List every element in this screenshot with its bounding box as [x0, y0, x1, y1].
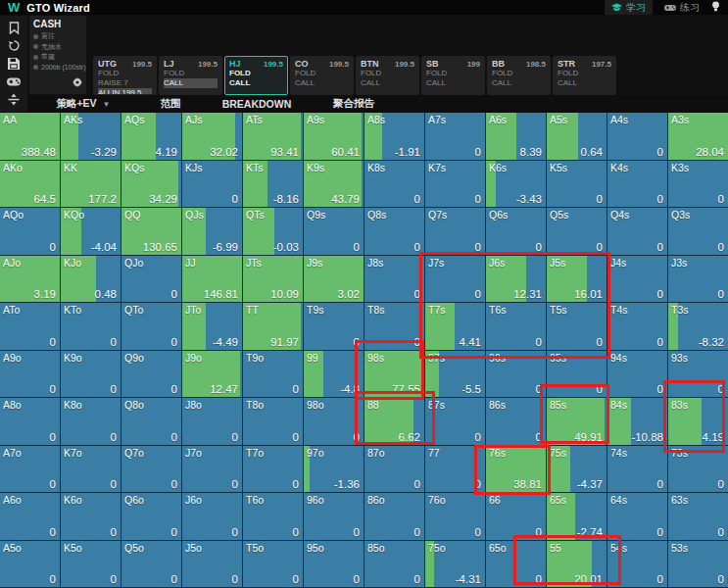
position-panel-sb[interactable]: SB199FOLDCALL	[421, 56, 485, 95]
hand-cell-KK[interactable]: KK177.2	[61, 161, 121, 209]
hand-cell-JTs[interactable]: JTs10.09	[243, 256, 304, 304]
undo-icon[interactable]	[7, 38, 22, 53]
hand-cell-94s[interactable]: 94s0	[607, 351, 668, 399]
hand-cell-K7s[interactable]: K7s0	[425, 161, 486, 209]
hand-cell-85s[interactable]: 85s49.91	[547, 398, 607, 446]
action-call[interactable]: CALL	[558, 78, 611, 88]
hand-cell-Q6o[interactable]: Q6o0	[121, 493, 182, 541]
hand-cell-J5o[interactable]: J5o0	[182, 541, 243, 588]
hand-cell-86s[interactable]: 86s0	[486, 398, 547, 446]
hand-cell-T9o[interactable]: T9o0	[243, 351, 304, 399]
hand-cell-Q7s[interactable]: Q7s0	[425, 208, 486, 256]
hand-cell-Q8o[interactable]: Q8o0	[121, 398, 182, 446]
position-panel-bb[interactable]: BB198.5FOLDCALL	[487, 56, 551, 95]
hand-cell-75o[interactable]: 75o-4.31	[425, 541, 486, 588]
position-panel-hj[interactable]: HJ199.5FOLDCALL	[224, 56, 288, 95]
nav-learn[interactable]: 学习	[605, 0, 653, 16]
hand-cell-87o[interactable]: 87o0	[364, 446, 425, 494]
hand-cell-53s[interactable]: 53s0	[668, 541, 728, 588]
hand-cell-QJo[interactable]: QJo0	[121, 256, 182, 304]
hand-cell-J8o[interactable]: J8o0	[182, 398, 243, 446]
hand-cell-73s[interactable]: 73s0	[668, 446, 728, 494]
hand-cell-QTo[interactable]: QTo0	[121, 303, 182, 351]
hand-cell-55[interactable]: 5520.01	[547, 541, 607, 588]
action-call[interactable]: CALL	[164, 78, 218, 88]
hand-cell-Q9o[interactable]: Q9o0	[121, 351, 182, 399]
hand-cell-Q9s[interactable]: Q9s0	[304, 208, 364, 256]
hand-cell-AJs[interactable]: AJs32.02	[182, 113, 243, 161]
hand-cell-K9o[interactable]: K9o0	[61, 351, 121, 399]
hand-cell-JJ[interactable]: JJ146.81	[182, 256, 243, 304]
hand-cell-ATs[interactable]: ATs93.41	[243, 113, 304, 161]
hand-cell-J9s[interactable]: J9s3.02	[304, 256, 364, 304]
hand-cell-A7o[interactable]: A7o0	[0, 446, 61, 494]
hand-cell-T7s[interactable]: T7s4.41	[425, 303, 486, 351]
hand-cell-75s[interactable]: 75s-4.37	[547, 446, 607, 494]
hand-cell-AQo[interactable]: AQo0	[0, 208, 61, 256]
split-icon[interactable]	[7, 92, 22, 107]
hand-cell-QQ[interactable]: QQ130.65	[121, 208, 182, 256]
hand-cell-J9o[interactable]: J9o12.47	[182, 351, 243, 399]
bookmark-icon[interactable]	[7, 21, 22, 35]
hand-cell-93s[interactable]: 93s0	[668, 351, 728, 399]
hand-cell-A4s[interactable]: A4s0	[607, 113, 668, 161]
action-fold[interactable]: FOLD	[426, 69, 480, 78]
hand-cell-Q5s[interactable]: Q5s0	[547, 208, 607, 256]
position-panel-str[interactable]: STR197.5FOLDCALL	[553, 56, 616, 95]
hand-cell-T8o[interactable]: T8o0	[243, 398, 304, 446]
hand-cell-76o[interactable]: 76o0	[425, 493, 486, 541]
hand-cell-T8s[interactable]: T8s0	[364, 303, 425, 351]
action-fold[interactable]: FOLD	[295, 69, 349, 78]
hand-cell-95o[interactable]: 95o0	[304, 541, 364, 588]
hand-cell-J6o[interactable]: J6o0	[182, 493, 243, 541]
hand-cell-KQo[interactable]: KQo-4.04	[61, 208, 121, 256]
hand-cell-J7s[interactable]: J7s0	[425, 256, 486, 304]
action-fold[interactable]: FOLD	[492, 69, 546, 78]
hand-cell-KTo[interactable]: KTo0	[61, 303, 121, 351]
hand-cell-A7s[interactable]: A7s0	[425, 113, 486, 161]
hand-cell-T7o[interactable]: T7o0	[243, 446, 304, 494]
hand-cell-AA[interactable]: AA388.48	[0, 113, 61, 161]
hand-cell-54s[interactable]: 54s0	[607, 541, 668, 588]
hand-cell-99[interactable]: 99-4.8	[304, 351, 364, 399]
hand-cell-83s[interactable]: 83s4.19	[668, 398, 728, 446]
hand-cell-Q3s[interactable]: Q3s0	[668, 208, 728, 256]
hand-cell-T4s[interactable]: T4s0	[607, 303, 668, 351]
hand-cell-KTs[interactable]: KTs-8.16	[243, 161, 304, 209]
action-fold[interactable]: FOLD	[229, 69, 283, 78]
hand-cell-KJs[interactable]: KJs0	[182, 161, 243, 209]
action-fold[interactable]: FOLD	[164, 69, 218, 78]
hand-cell-66[interactable]: 660	[486, 493, 547, 541]
hand-cell-Q7o[interactable]: Q7o0	[121, 446, 182, 494]
position-panel-btn[interactable]: BTN199.5FOLDCALL	[356, 56, 419, 95]
hand-cell-76s[interactable]: 76s38.81	[486, 446, 547, 494]
hand-cell-84s[interactable]: 84s-10.88	[607, 398, 668, 446]
nav-practice[interactable]: 练习	[664, 1, 700, 15]
hand-cell-Q5o[interactable]: Q5o0	[121, 541, 182, 588]
tab-breakdown[interactable]: BREAKDOWN	[202, 95, 312, 113]
hand-cell-65o[interactable]: 65o0	[486, 541, 547, 588]
hand-cell-86o[interactable]: 86o0	[364, 493, 425, 541]
hand-cell-A6o[interactable]: A6o0	[0, 493, 61, 541]
hand-cell-87s[interactable]: 87s0	[425, 398, 486, 446]
hand-cell-A6s[interactable]: A6s8.39	[486, 113, 547, 161]
action-call[interactable]: CALL	[426, 78, 480, 88]
save-icon[interactable]	[7, 57, 22, 72]
hand-cell-T9s[interactable]: T9s0	[304, 303, 364, 351]
hand-cell-Q6s[interactable]: Q6s0	[486, 208, 547, 256]
hand-cell-A8s[interactable]: A8s-1.91	[364, 113, 425, 161]
hand-cell-J7o[interactable]: J7o0	[182, 446, 243, 494]
hand-cell-K8s[interactable]: K8s0	[364, 161, 425, 209]
action-call[interactable]: CALL	[361, 78, 414, 88]
hand-cell-K6s[interactable]: K6s-3.43	[486, 161, 547, 209]
action-fold[interactable]: FOLD	[361, 69, 414, 78]
hand-cell-QTs[interactable]: QTs-0.03	[243, 208, 304, 256]
action-raise-7[interactable]: RAISE 7	[98, 78, 152, 88]
hand-cell-QJs[interactable]: QJs-6.99	[182, 208, 243, 256]
hand-cell-77[interactable]: 770	[425, 446, 486, 494]
hand-cell-98s[interactable]: 98s77.55	[364, 351, 425, 399]
hand-cell-AJo[interactable]: AJo3.19	[0, 256, 61, 304]
hand-cell-K5o[interactable]: K5o0	[61, 541, 121, 588]
hand-cell-K8o[interactable]: K8o0	[61, 398, 121, 446]
hand-cell-A5o[interactable]: A5o0	[0, 541, 61, 588]
